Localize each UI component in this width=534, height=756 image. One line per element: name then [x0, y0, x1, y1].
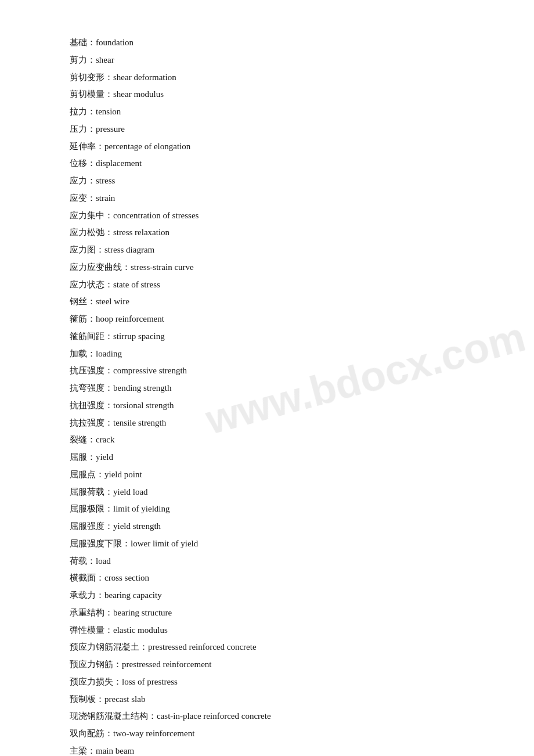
english-term: steel wire — [96, 297, 129, 306]
chinese-term: 抗拉强度： — [70, 418, 113, 427]
list-item: 抗压强度：compressive strength — [70, 363, 464, 379]
chinese-term: 箍筋： — [70, 314, 96, 323]
list-item: 荷载：load — [70, 553, 464, 570]
chinese-term: 屈服荷载： — [70, 487, 113, 496]
list-item: 箍筋：hoop reinforcement — [70, 311, 464, 327]
list-item: 基础：foundation — [70, 35, 464, 51]
list-item: 抗扭强度：torsional strength — [70, 398, 464, 414]
english-term: torsional strength — [113, 401, 174, 410]
chinese-term: 抗扭强度： — [70, 401, 113, 410]
list-item: 加载：loading — [70, 346, 464, 362]
chinese-term: 应力： — [70, 176, 96, 185]
list-item: 弹性模量：elastic modulus — [70, 622, 464, 639]
english-term: percentage of elongation — [104, 142, 190, 151]
english-term: lower limit of yield — [131, 539, 198, 548]
english-term: cross section — [104, 573, 149, 582]
list-item: 承重结构：bearing structure — [70, 605, 464, 621]
chinese-term: 延伸率： — [70, 142, 104, 151]
chinese-term: 预应力钢筋： — [70, 660, 122, 669]
chinese-term: 抗压强度： — [70, 366, 113, 375]
list-item: 应力状态：state of stress — [70, 277, 464, 293]
english-term: limit of yielding — [113, 504, 170, 513]
list-item: 抗拉强度：tensile strength — [70, 415, 464, 431]
chinese-term: 剪切变形： — [70, 73, 113, 82]
english-term: loading — [96, 349, 122, 358]
english-term: bending strength — [113, 383, 171, 393]
english-term: shear — [96, 55, 114, 64]
english-term: prestressed reinforcement — [122, 660, 212, 669]
english-term: prestressed reinforced concrete — [148, 642, 257, 651]
list-item: 双向配筋：two-way reinforcement — [70, 726, 464, 742]
list-item: 屈服荷载：yield load — [70, 484, 464, 501]
list-item: 箍筋间距：stirrup spacing — [70, 329, 464, 345]
english-term: shear deformation — [113, 73, 176, 82]
english-term: crack — [96, 435, 114, 444]
list-item: 预应力损失：loss of prestress — [70, 674, 464, 690]
chinese-term: 位移： — [70, 159, 96, 168]
list-item: 钢丝：steel wire — [70, 294, 464, 310]
chinese-term: 荷载： — [70, 556, 96, 566]
chinese-term: 加载： — [70, 349, 96, 358]
list-item: 屈服强度：yield strength — [70, 519, 464, 535]
english-term: main beam — [96, 746, 134, 755]
chinese-term: 屈服点： — [70, 470, 104, 479]
english-term: cast-in-place reinforced concrete — [157, 711, 271, 721]
chinese-term: 屈服强度下限： — [70, 539, 131, 548]
chinese-term: 压力： — [70, 124, 96, 134]
chinese-term: 拉力： — [70, 107, 96, 116]
english-term: hoop reinforcement — [96, 314, 164, 323]
list-item: 应力图：stress diagram — [70, 242, 464, 258]
list-item: 位移：displacement — [70, 156, 464, 172]
list-item: 压力：pressure — [70, 121, 464, 138]
english-term: stress — [96, 176, 115, 185]
english-term: yield point — [104, 470, 142, 479]
chinese-term: 承重结构： — [70, 608, 113, 617]
list-item: 剪力：shear — [70, 52, 464, 69]
english-term: elastic modulus — [113, 625, 168, 635]
chinese-term: 箍筋间距： — [70, 332, 113, 341]
chinese-term: 屈服极限： — [70, 504, 113, 513]
list-item: 裂缝：crack — [70, 432, 464, 448]
chinese-term: 预制板： — [70, 694, 104, 704]
english-term: load — [96, 556, 111, 566]
list-item: 主梁：main beam — [70, 743, 464, 756]
english-term: precast slab — [104, 694, 145, 704]
english-term: loss of prestress — [122, 677, 178, 686]
list-item: 预制板：precast slab — [70, 692, 464, 708]
chinese-term: 应力松弛： — [70, 228, 113, 237]
chinese-term: 应力应变曲线： — [70, 262, 131, 272]
list-item: 应力松弛：stress relaxation — [70, 225, 464, 241]
english-term: stress-strain curve — [131, 262, 194, 272]
chinese-term: 剪力： — [70, 55, 96, 64]
chinese-term: 钢丝： — [70, 297, 96, 306]
english-term: pressure — [96, 124, 125, 134]
english-term: stress relaxation — [113, 228, 169, 237]
english-term: bearing structure — [113, 608, 172, 617]
list-item: 现浇钢筋混凝土结构：cast-in-place reinforced concr… — [70, 708, 464, 725]
chinese-term: 预应力损失： — [70, 677, 122, 686]
list-item: 屈服点：yield point — [70, 467, 464, 483]
chinese-term: 应力集中： — [70, 211, 113, 220]
list-item: 应力集中：concentration of stresses — [70, 208, 464, 224]
chinese-term: 屈服： — [70, 452, 96, 462]
chinese-term: 应力状态： — [70, 280, 113, 289]
chinese-term: 应力图： — [70, 245, 104, 254]
english-term: compressive strength — [113, 366, 187, 375]
list-item: 承载力：bearing capacity — [70, 588, 464, 604]
list-item: 应变：strain — [70, 190, 464, 207]
list-item: 延伸率：percentage of elongation — [70, 139, 464, 155]
list-item: 预应力钢筋混凝土：prestressed reinforced concrete — [70, 639, 464, 656]
chinese-term: 应变： — [70, 193, 96, 203]
english-term: yield strength — [113, 521, 161, 531]
list-item: 横截面：cross section — [70, 570, 464, 586]
english-term: tension — [96, 107, 121, 116]
list-item: 拉力：tension — [70, 104, 464, 120]
english-term: bearing capacity — [104, 591, 162, 600]
english-term: stress diagram — [104, 245, 154, 254]
chinese-term: 主梁： — [70, 746, 96, 755]
english-term: concentration of stresses — [113, 211, 199, 220]
english-term: two-way reinforcement — [113, 729, 194, 738]
english-term: stirrup spacing — [113, 332, 165, 341]
english-term: yield load — [113, 487, 148, 496]
chinese-term: 横截面： — [70, 573, 104, 582]
